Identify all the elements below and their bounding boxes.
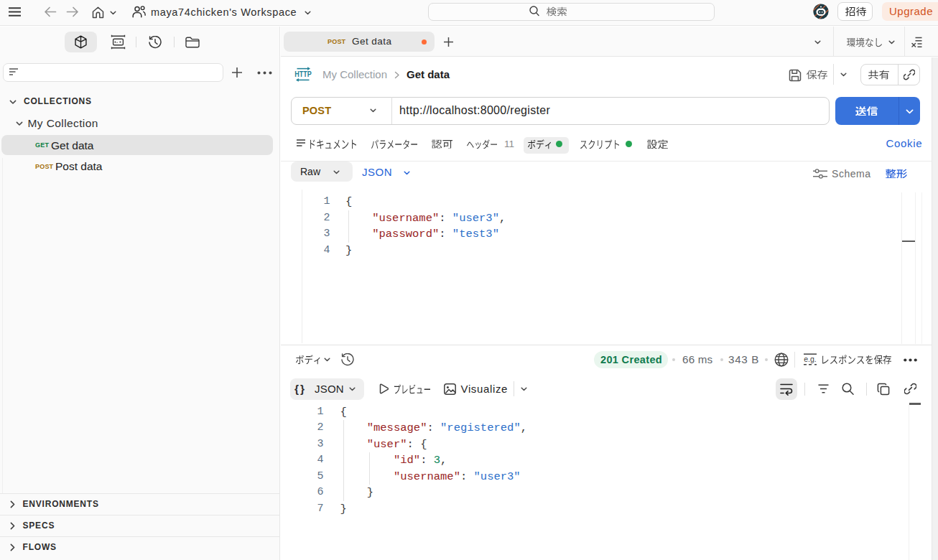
- svg-text:e.g.: e.g.: [804, 355, 817, 363]
- svg-text:HTTP: HTTP: [294, 70, 312, 78]
